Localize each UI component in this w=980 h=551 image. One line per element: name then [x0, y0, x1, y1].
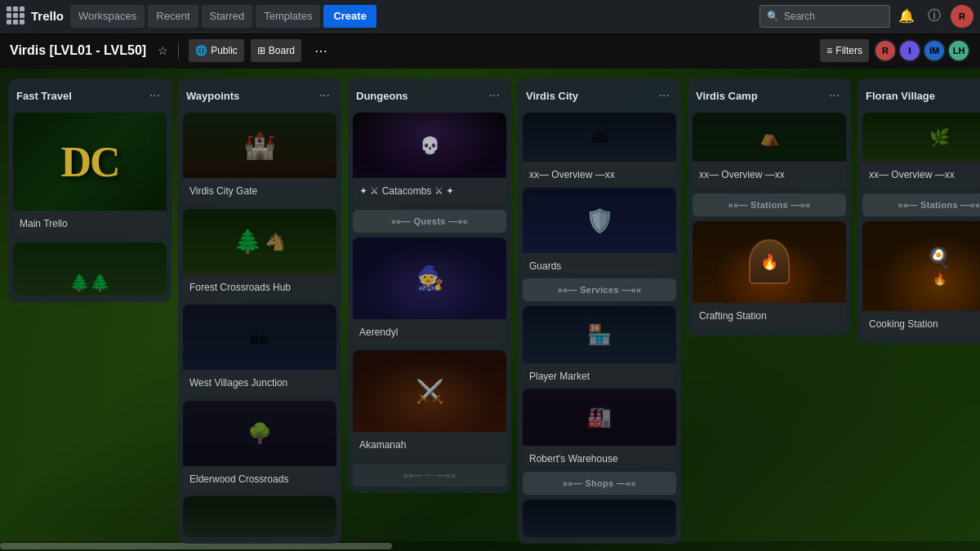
card-quests-separator[interactable]: »»— Quests —«« — [353, 210, 506, 233]
board-title: Virdis [LVL01 - LVL50] — [10, 43, 146, 58]
subheader: Virdis [LVL01 - LVL50] ☆ 🌐 Public ⊞ Boar… — [0, 33, 980, 69]
card-img-catacombs: 💀 — [353, 113, 506, 178]
card-floran-overview[interactable]: 🌿 xx— Overview —xx — [862, 113, 980, 189]
recent-button[interactable]: Recent — [148, 5, 198, 28]
card-shops-separator[interactable]: »»— Shops —«« — [523, 472, 676, 495]
col-menu-virdis-camp[interactable]: ··· — [826, 87, 843, 104]
column-virdis-city: Virdis City ··· 🏙 xx— Overview —xx 🛡️ Gu… — [518, 78, 681, 544]
card-fast-travel-partial[interactable]: 🌲🌲 — [13, 242, 167, 295]
horse-icon: 🐴 — [265, 232, 286, 251]
search-box[interactable]: 🔍 Search — [760, 5, 890, 28]
card-waypoints-partial[interactable] — [183, 496, 336, 537]
card-catacombs[interactable]: 💀 ✦ ⚔ Catacombs ⚔ ✦ — [353, 113, 506, 205]
starred-button[interactable]: Starred — [202, 5, 253, 28]
filters-button[interactable]: ≡ Filters — [820, 39, 869, 62]
card-img-floran-overview: 🌿 — [862, 113, 980, 162]
card-crafting-station[interactable]: 🔥 Crafting Station — [693, 221, 846, 330]
col-header-fast-travel: Fast Travel ··· — [13, 85, 167, 108]
col-title-virdis-camp: Virdis Camp — [696, 90, 826, 102]
card-title-forest-hub: Forest Crossroads Hub — [189, 282, 291, 293]
services-sep-text: »»— Services —«« — [558, 285, 642, 295]
card-aerendyl[interactable]: 🧙 Aerendyl — [353, 238, 506, 346]
village-icon: 🏘 — [250, 326, 270, 349]
card-akamanah[interactable]: ⚔️ Akamanah — [353, 350, 506, 459]
member-avatar-3[interactable]: IM — [923, 39, 946, 62]
cooking-fire-glow — [862, 221, 980, 311]
crafting-arch: 🔥 — [749, 239, 790, 284]
trello-logo[interactable]: Trello — [31, 9, 64, 23]
templates-button[interactable]: Templates — [256, 5, 320, 28]
floran-stations-sep-text: »»— Stations —«« — [898, 200, 980, 210]
star-button[interactable]: ☆ — [158, 44, 168, 57]
card-img-aerendyl: 🧙 — [353, 238, 506, 319]
card-forest-crossroads-hub[interactable]: 🌲 🐴 Forest Crossroads Hub — [183, 209, 336, 300]
card-roberts-warehouse[interactable]: 🏭 Robert's Warehouse — [523, 389, 676, 466]
tree-icon: 🌲🌲 — [69, 273, 110, 292]
col-menu-fast-travel[interactable]: ··· — [146, 87, 163, 104]
warehouse-icon: 🏭 — [587, 406, 612, 429]
member-avatar-4[interactable]: LH — [947, 39, 970, 62]
card-main-trello[interactable]: DC Main Trello — [13, 113, 167, 238]
card-img-crafting: 🔥 — [693, 221, 846, 303]
card-body-player-market: Player Market — [523, 363, 676, 384]
market-icon: 🏪 — [587, 323, 612, 346]
warrior-icon: ⚔️ — [416, 378, 444, 405]
shops-sep-text: »»— Shops —«« — [563, 478, 636, 488]
card-virdis-overview[interactable]: 🏙 xx— Overview —xx — [523, 113, 676, 183]
card-body-roberts-warehouse: Robert's Warehouse — [523, 446, 676, 466]
workspaces-button[interactable]: Workspaces — [70, 5, 145, 28]
card-cooking-station[interactable]: 🍳 🔥 Cooking Station — [862, 221, 980, 338]
camp-icon: ⛺ — [760, 127, 780, 147]
subheader-right: ≡ Filters R I IM LH — [820, 39, 970, 62]
card-floran-stations-separator[interactable]: »»— Stations —«« — [862, 193, 980, 216]
col-menu-waypoints[interactable]: ··· — [316, 87, 333, 104]
card-title-floran-overview: xx— Overview —xx — [869, 169, 955, 180]
card-elderwood-crossroads[interactable]: 🌳 Elderwood Crossroads — [183, 401, 336, 492]
card-guards[interactable]: 🛡️ Guards — [523, 188, 676, 273]
stations-sep-text: »»— Stations —«« — [728, 200, 811, 210]
card-services-separator[interactable]: »»— Services —«« — [523, 278, 676, 301]
card-virdis-city-partial[interactable] — [523, 500, 676, 537]
member-avatar-1[interactable]: R — [874, 39, 897, 62]
member-avatar-2[interactable]: I — [898, 39, 921, 62]
card-camp-overview[interactable]: ⛺ xx— Overview —xx — [693, 113, 846, 189]
board-icon: ⊞ — [257, 45, 265, 56]
card-body-crafting: Crafting Station — [693, 303, 846, 330]
card-player-market[interactable]: 🏪 Player Market — [523, 306, 676, 384]
card-img-camp-overview: ⛺ — [693, 113, 846, 162]
card-img-guards: 🛡️ — [523, 188, 676, 253]
card-img-elderwood: 🌳 — [183, 401, 336, 466]
card-img-player-market: 🏪 — [523, 306, 676, 363]
logo-text: DC — [60, 138, 118, 186]
create-button[interactable]: Create — [323, 5, 376, 28]
card-title-roberts-warehouse: Robert's Warehouse — [529, 453, 618, 464]
topbar: Trello Workspaces Recent Starred Templat… — [0, 0, 980, 33]
card-title-player-market: Player Market — [529, 371, 590, 382]
col-title-floran-village: Floran Village — [866, 90, 980, 102]
notifications-button[interactable]: 🔔 — [895, 5, 918, 28]
filter-icon: ≡ — [826, 45, 832, 56]
card-body-forest-hub: Forest Crossroads Hub — [183, 274, 336, 300]
card-west-villages-junction[interactable]: 🏘 West Villages Junction — [183, 304, 336, 396]
card-img-forest-hub: 🌲 🐴 — [183, 209, 336, 274]
dungeons-sep2-text: »»— ··· —«« — [403, 470, 456, 480]
card-stations-separator[interactable]: »»— Stations —«« — [693, 193, 846, 216]
card-title-city-gate: Virdis City Gate — [189, 185, 257, 197]
card-body-elderwood: Elderwood Crossroads — [183, 466, 336, 492]
user-avatar[interactable]: R — [951, 5, 973, 28]
customize-button[interactable]: ⋯ — [308, 39, 334, 62]
column-floran-village: Floran Village ··· 🌿 xx— Overview —xx »»… — [858, 78, 980, 344]
card-virdis-city-gate[interactable]: 🏰 Virdis City Gate — [183, 113, 336, 204]
col-header-virdis-city: Virdis City ··· — [523, 85, 676, 108]
card-title-virdis-overview: xx— Overview —xx — [529, 169, 615, 180]
grid-icon[interactable] — [7, 7, 26, 26]
card-img-virdis-overview: 🏙 — [523, 113, 676, 162]
col-menu-dungeons[interactable]: ··· — [486, 87, 503, 104]
fire-emoji: 🔥 — [760, 253, 778, 271]
info-button[interactable]: ⓘ — [923, 5, 946, 28]
visibility-label: Public — [211, 45, 238, 56]
board-view-button[interactable]: ⊞ Board — [251, 39, 301, 62]
visibility-button[interactable]: 🌐 Public — [189, 39, 244, 62]
card-dungeons-sep2[interactable]: »»— ··· —«« — [353, 464, 506, 487]
col-menu-virdis-city[interactable]: ··· — [656, 87, 673, 104]
